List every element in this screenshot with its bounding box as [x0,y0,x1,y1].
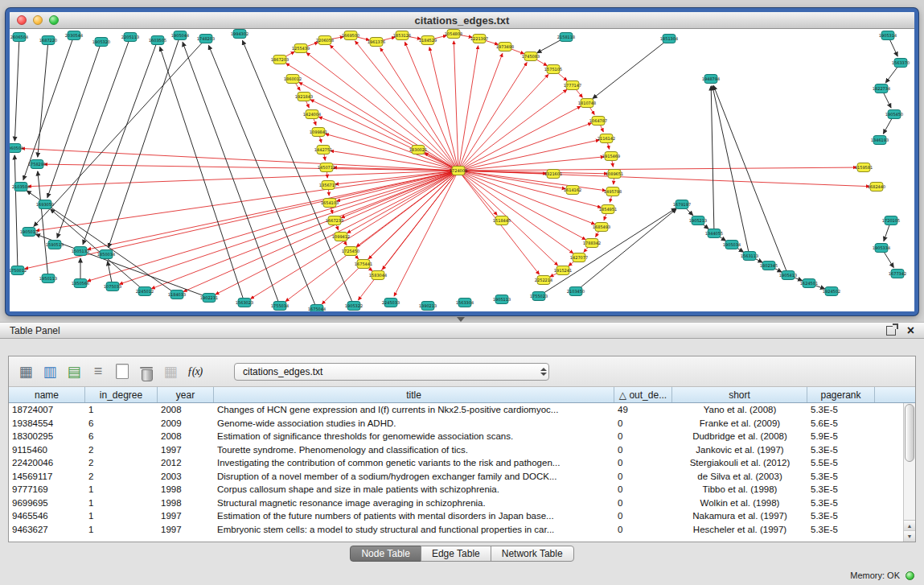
graph-node[interactable]: 2206058 [316,36,334,45]
graph-edge[interactable] [454,41,458,171]
graph-node[interactable]: 1853126 [393,31,411,40]
graph-node[interactable]: 2252214 [535,276,552,285]
graph-edge[interactable] [299,82,458,171]
graph-node[interactable]: 1099412 [332,233,350,241]
graph-node[interactable]: 1624501 [800,279,818,288]
graph-edge[interactable] [593,39,669,98]
new-column-icon[interactable]: ▤ [62,360,86,383]
table-cell[interactable]: Genome-wide association studies in ADHD. [214,418,614,428]
table-cell[interactable]: 0 [614,458,672,468]
graph-node[interactable]: 1667233 [326,216,343,225]
graph-node[interactable]: 1720105 [882,216,900,225]
graph-node[interactable]: 1505133 [72,247,89,256]
graph-node[interactable]: 1777147 [564,81,581,90]
close-panel-icon[interactable]: × [907,326,914,336]
graph-edge[interactable] [458,171,869,187]
table-cell[interactable]: Stergiakouli et al. (2012) [672,458,807,468]
graph-edge[interactable] [458,123,592,171]
graph-edge[interactable] [539,208,676,296]
table-cell[interactable]: 1 [85,405,158,414]
graph-node[interactable]: 1758290 [28,160,46,169]
graph-node[interactable]: 1748203 [197,35,215,43]
graph-node[interactable]: 1255439 [292,44,310,53]
graph-node[interactable]: 1905450 [885,110,903,119]
graph-node[interactable]: 1518445 [493,216,511,225]
graph-edge[interactable] [711,86,714,233]
graph-edge[interactable] [14,155,18,270]
graph-node[interactable]: 2116142 [598,134,615,143]
graph-node[interactable]: 1850034 [97,250,115,259]
graph-node[interactable]: 1344055 [705,229,723,238]
table-cell[interactable]: 0 [614,484,672,494]
graph-edge[interactable] [458,171,595,225]
graph-node[interactable]: 1725450 [342,247,359,256]
table-row[interactable]: 946554611997Estimation of the future num… [9,509,903,523]
table-cell[interactable]: Dudbridge et al. (2008) [672,431,807,441]
table-cell[interactable]: 1 [85,498,158,508]
table-cell[interactable]: Changes of HCN gene expression and I(f) … [214,405,614,414]
float-panel-icon[interactable] [886,326,896,336]
table-cell[interactable]: Tibbo et al. (1998) [672,484,807,494]
table-cell[interactable]: Jankovic et al. (1997) [672,445,807,455]
table-cell[interactable]: 1 [85,525,158,534]
network-view[interactable]: 1724008186720312554392206058166950019613… [10,29,914,311]
table-cell[interactable]: 5.5E-5 [807,458,875,468]
scrollbar-thumb[interactable] [905,404,914,462]
table-cell[interactable]: 22420046 [9,458,85,468]
table-cell[interactable]: 0 [614,498,672,508]
graph-node[interactable]: 1905013 [20,228,38,237]
graph-node[interactable]: 1915241 [554,266,572,275]
graph-edge[interactable] [458,46,478,171]
table-row[interactable]: 911546021997Tourette syndrome. Phenomeno… [9,443,903,457]
graph-edge[interactable] [458,171,497,215]
graph-edge[interactable] [318,117,458,171]
graph-node[interactable]: 1693059 [36,200,54,209]
table-cell[interactable]: Yano et al. (2008) [672,405,807,414]
graph-node[interactable]: 1822734 [873,84,890,93]
graph-node[interactable]: 1563023 [236,299,253,307]
column-header-pagerank[interactable]: pagerank [807,387,875,402]
table-cell[interactable]: 1 [85,511,158,521]
graph-edge[interactable] [458,171,585,240]
tab-edge-table[interactable]: Edge Table [421,546,491,562]
graph-node[interactable]: 1221397 [470,35,488,43]
graph-node[interactable]: 1802345 [760,262,778,270]
tab-network-table[interactable]: Network Table [491,546,574,562]
graph-node[interactable]: 1905044 [171,31,189,40]
graph-edge[interactable] [458,63,527,171]
graph-node[interactable]: 1905113 [493,295,511,304]
graph-edge[interactable] [458,140,599,171]
table-cell[interactable]: 19384554 [9,418,85,428]
graph-node[interactable]: 1427077 [570,253,588,262]
table-cell[interactable]: 6 [85,431,158,441]
graph-node[interactable]: 1495798 [604,187,622,196]
table-row[interactable]: 2242004622012Investigating the contribut… [9,456,903,470]
column-header-year[interactable]: year [158,387,214,402]
table-selector-dropdown[interactable]: citations_edges.txt [234,363,549,381]
graph-node[interactable]: 1905320 [92,38,110,47]
function-builder-icon[interactable]: ƒ(x) [183,360,207,383]
graph-node[interactable]: 1745083 [522,52,540,61]
graph-node[interactable]: 1851304 [660,35,678,43]
graph-node[interactable]: 1442751 [314,146,332,154]
column-header-short[interactable]: short [672,387,807,402]
table-cell[interactable]: 5.3E-5 [807,472,875,481]
graph-node[interactable]: 1563113 [741,252,758,261]
graph-node[interactable]: 2030544 [65,31,83,40]
table-row[interactable]: 1872400712008Changes of HCN gene express… [9,403,903,417]
table-row[interactable]: 1938455462009Genome-wide association stu… [9,417,903,431]
graph-edge[interactable] [458,167,856,171]
graph-edge[interactable] [183,42,280,306]
graph-node[interactable]: 1614162 [564,186,581,195]
graph-node[interactable]: 1685493 [593,223,610,232]
graph-node[interactable]: 1948794 [702,75,720,84]
column-header-name[interactable]: name [9,387,85,402]
table-cell[interactable]: Hescheler et al. (1997) [672,525,807,534]
graph-node[interactable]: 1350566 [72,279,89,288]
table-cell[interactable]: Tourette syndrome. Phenomenology and cla… [214,445,614,455]
graph-node[interactable]: 1583044 [369,271,387,280]
graph-edge[interactable] [14,37,19,141]
graph-node[interactable]: 1321601 [544,170,562,179]
table-cell[interactable]: 18724007 [9,405,85,414]
graph-node[interactable]: 1854951 [599,205,617,214]
